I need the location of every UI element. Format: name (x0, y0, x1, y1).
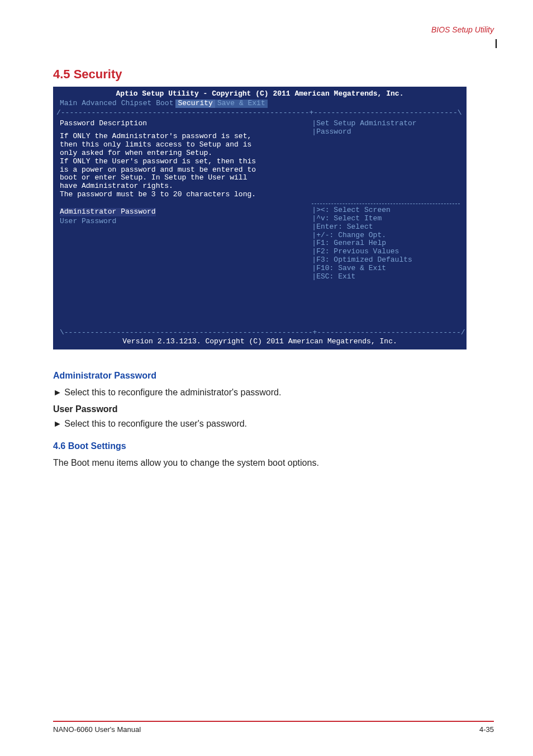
option-administrator-password[interactable]: Administrator Password (60, 208, 156, 216)
help-keys: |><: Select Screen |^v: Select Item |Ent… (312, 204, 460, 281)
bios-footer: Version 2.13.1213. Copyright (C) 2011 Am… (53, 338, 467, 346)
footer-left: NANO-6060 User's Manual (53, 725, 141, 734)
menu-security[interactable]: Security (175, 100, 215, 108)
password-description-heading: Password Description (60, 120, 305, 128)
bullet-admin: ► Select this to reconfigure the adminis… (53, 386, 467, 399)
bios-menu-bar: Main Advanced Chipset Boot Security Save… (53, 98, 467, 109)
para-boot: The Boot menu items allow you to change … (53, 456, 467, 470)
subhead-admin-password: Administrator Password (53, 369, 467, 382)
subhead-boot-settings: 4.6 Boot Settings (53, 440, 467, 453)
bios-border-bottom: \---------------------------------------… (56, 329, 469, 337)
menu-chipset[interactable]: Chipset (119, 100, 154, 108)
bios-border-top: /---------------------------------------… (53, 109, 467, 117)
option-user-password[interactable]: User Password (60, 218, 305, 226)
menu-advanced[interactable]: Advanced (79, 100, 118, 108)
menu-save-exit[interactable]: Save & Exit (215, 100, 268, 108)
page-body-text: Administrator Password ► Select this to … (53, 369, 467, 470)
subhead-user-password: User Password (53, 403, 467, 416)
cursor-mark (496, 39, 497, 48)
password-description-text: If ONLY the Administrator's password is … (60, 133, 305, 200)
footer-right: 4-35 (479, 725, 494, 734)
help-description: |Set Setup Administrator |Password (312, 120, 460, 136)
page-header: BIOS Setup Utility (431, 25, 494, 34)
bios-title: Aptio Setup Utility - Copyright (C) 2011… (53, 87, 467, 98)
menu-main[interactable]: Main (58, 100, 79, 108)
bullet-user: ► Select this to reconfigure the user's … (53, 417, 467, 431)
bios-right-pane: |Set Setup Administrator |Password |><: … (308, 117, 463, 284)
section-title: 4.5 Security (53, 67, 122, 82)
page-footer: NANO-6060 User's Manual 4-35 (53, 721, 494, 734)
menu-boot[interactable]: Boot (154, 100, 175, 108)
bios-screenshot: Aptio Setup Utility - Copyright (C) 2011… (53, 87, 467, 349)
bios-left-pane: Password Description If ONLY the Adminis… (56, 117, 308, 284)
